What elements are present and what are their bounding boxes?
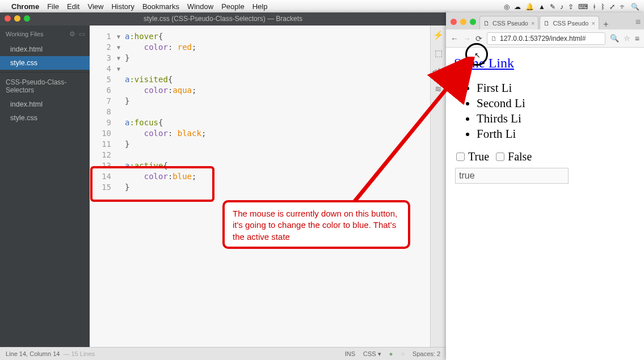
line-count: — 15 Lines xyxy=(63,350,95,357)
lint-status-icon[interactable]: ● xyxy=(389,350,393,357)
label-false: False xyxy=(508,150,532,163)
address-bar[interactable]: 🗋 127.0.0.1:53729/index.html# xyxy=(487,32,605,45)
brackets-statusbar: Line 14, Column 14 — 15 Lines INS CSS ▾ … xyxy=(0,347,446,360)
tray-icon[interactable]: ⌨ xyxy=(578,3,588,11)
working-files-label: Working Files xyxy=(6,31,43,37)
tray-icon[interactable]: ▲ xyxy=(538,3,545,11)
editor-extension-rail: ⚡ ⬚ </> ≋ xyxy=(430,26,446,347)
minimize-icon[interactable] xyxy=(460,19,466,25)
mac-menubar: Chrome FileEditViewHistoryBookmarksWindo… xyxy=(0,0,644,12)
minimize-icon[interactable] xyxy=(14,15,20,22)
project-name[interactable]: CSS-Pseudo-Class-Selectors xyxy=(0,72,90,98)
language-mode[interactable]: CSS ▾ xyxy=(363,350,381,358)
back-button[interactable]: ← xyxy=(451,34,458,43)
result-box: true xyxy=(455,168,569,184)
menu-history[interactable]: History xyxy=(111,2,134,11)
zoom-icon[interactable] xyxy=(470,19,476,25)
tray-icon[interactable]: ᯤ xyxy=(620,3,626,11)
tray-icon[interactable]: ⤢ xyxy=(609,3,615,11)
tray-icon[interactable]: 🔔 xyxy=(525,3,534,11)
tray-icon[interactable]: ◎ xyxy=(504,3,510,11)
working-file[interactable]: index.html xyxy=(0,43,90,56)
list-item: First Li xyxy=(477,81,638,95)
close-icon[interactable] xyxy=(451,19,457,25)
tray-icon[interactable]: 🔍 xyxy=(631,3,639,11)
working-files-header: Working Files ⚙ ▭ xyxy=(0,26,90,43)
chrome-menu-icon[interactable]: ≡ xyxy=(635,17,641,29)
code-area[interactable]: a:hover{ color: red;} a:visited{ color:a… xyxy=(123,26,430,347)
url-text: 127.0.0.1:53729/index.html# xyxy=(500,35,586,43)
tray-icon[interactable]: ⇪ xyxy=(568,3,574,11)
annotation-callout: The mouse is currently down on this butt… xyxy=(222,200,410,249)
menu-window[interactable]: Window xyxy=(187,2,213,11)
project-file[interactable]: index.html xyxy=(0,98,90,111)
search-icon[interactable]: 🔍 xyxy=(610,34,619,43)
fold-gutter[interactable]: ▼▼▼▼ xyxy=(115,26,123,347)
browser-tab[interactable]: 🗋CSS Pseudo× xyxy=(540,16,599,29)
project-file[interactable]: style.css xyxy=(0,111,90,125)
working-file[interactable]: style.css xyxy=(0,56,90,70)
checkbox-true[interactable] xyxy=(456,153,465,161)
new-tab-button[interactable]: + xyxy=(600,19,612,29)
brackets-traffic-lights xyxy=(5,15,30,22)
chrome-window: 🗋CSS Pseudo×🗋CSS Pseudo× + ≡ ← → ⟳ 🗋 127… xyxy=(446,12,644,360)
menu-people[interactable]: People xyxy=(221,2,244,11)
menu-edit[interactable]: Edit xyxy=(67,2,79,11)
menu-help[interactable]: Help xyxy=(252,2,268,11)
brackets-titlebar: style.css (CSS-Pseudo-Class-Selectors) —… xyxy=(0,12,446,26)
demo-link[interactable]: Some Link xyxy=(454,56,514,70)
demo-list: First LiSecond LiThirds LiForth Li xyxy=(477,81,638,141)
tray-icon[interactable]: ✎ xyxy=(550,3,555,11)
brackets-title-text: style.css (CSS-Pseudo-Class-Selectors) —… xyxy=(144,15,302,23)
page-icon: 🗋 xyxy=(483,20,490,27)
page-icon: 🗋 xyxy=(491,35,497,42)
bookmark-icon[interactable]: ☆ xyxy=(624,34,630,43)
tray-icon[interactable]: ᚼ xyxy=(592,3,596,11)
menu-file[interactable]: File xyxy=(47,2,59,11)
checkbox-false[interactable] xyxy=(496,153,504,161)
tray-icon[interactable]: ♪ xyxy=(560,3,563,11)
reload-button[interactable]: ⟳ xyxy=(475,34,482,43)
browser-tab[interactable]: 🗋CSS Pseudo× xyxy=(479,16,538,29)
menubar-app-name[interactable]: Chrome xyxy=(11,2,39,11)
close-icon[interactable] xyxy=(5,15,11,22)
menubar-tray: ◎☁🔔▲✎♪⇪⌨ᚼᛒ⤢ᯤ🔍 xyxy=(499,2,639,11)
chrome-toolbar: ← → ⟳ 🗋 127.0.0.1:53729/index.html# 🔍 ☆ … xyxy=(446,29,644,48)
layers-icon[interactable]: ≋ xyxy=(435,84,442,94)
zoom-icon[interactable] xyxy=(24,15,30,22)
indent-setting[interactable]: Spaces: 2 xyxy=(413,350,440,357)
insert-mode[interactable]: INS xyxy=(345,350,355,357)
brackets-window: style.css (CSS-Pseudo-Class-Selectors) —… xyxy=(0,12,446,360)
cursor-position: Line 14, Column 14 xyxy=(6,350,60,357)
brackets-sidebar: Working Files ⚙ ▭ index.htmlstyle.css CS… xyxy=(0,26,90,347)
gear-icon[interactable]: ⚙ xyxy=(69,30,75,38)
list-item: Forth Li xyxy=(477,127,638,141)
tray-icon[interactable]: ᛒ xyxy=(601,3,605,11)
code-editor[interactable]: 123456789101112131415 ▼▼▼▼ a:hover{ colo… xyxy=(90,26,446,347)
close-tab-icon[interactable]: × xyxy=(531,20,534,27)
menu-view[interactable]: View xyxy=(87,2,103,11)
line-number-gutter: 123456789101112131415 xyxy=(90,26,115,347)
tray-icon[interactable]: ☁ xyxy=(514,3,521,11)
page-icon: 🗋 xyxy=(544,20,550,27)
forward-button[interactable]: → xyxy=(463,34,471,43)
list-item: Second Li xyxy=(477,96,638,111)
split-view-icon[interactable]: ▭ xyxy=(79,30,85,38)
no-errors-icon: ○ xyxy=(401,350,405,357)
code-icon[interactable]: </> xyxy=(432,66,445,76)
close-tab-icon[interactable]: × xyxy=(591,20,595,27)
chrome-hamburger-icon[interactable]: ≡ xyxy=(635,34,639,43)
cursor-icon: ↖ xyxy=(474,51,481,60)
list-item: Thirds Li xyxy=(477,112,638,126)
label-true: True xyxy=(468,150,489,163)
chrome-page-content: Some Link ↖ First LiSecond LiThirds LiFo… xyxy=(446,48,644,360)
annotation-text: The mouse is currently down on this butt… xyxy=(233,209,397,242)
menu-bookmarks[interactable]: Bookmarks xyxy=(142,2,179,11)
extension-manager-icon[interactable]: ⬚ xyxy=(435,48,443,58)
live-preview-icon[interactable]: ⚡ xyxy=(433,30,444,40)
chrome-tabstrip: 🗋CSS Pseudo×🗋CSS Pseudo× + ≡ xyxy=(446,12,644,29)
